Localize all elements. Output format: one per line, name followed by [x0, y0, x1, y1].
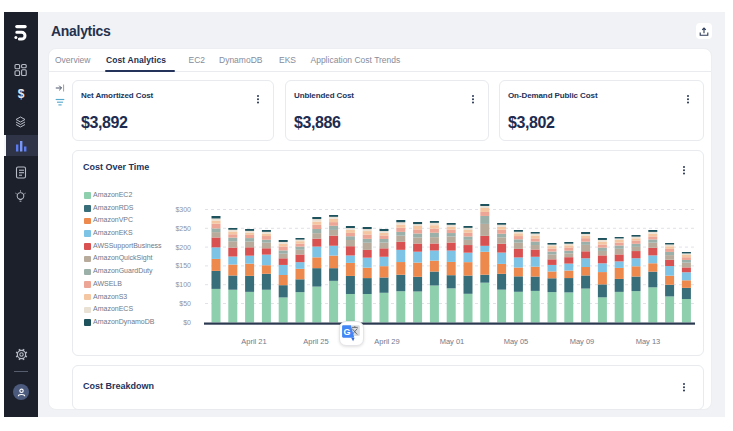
svg-text:May 01: May 01: [440, 337, 465, 346]
svg-text:G: G: [344, 327, 351, 337]
svg-text:April 21: April 21: [241, 337, 266, 346]
svg-text:April 25: April 25: [303, 337, 328, 346]
svg-text:May 13: May 13: [636, 337, 661, 346]
svg-text:$200: $200: [175, 244, 191, 251]
svg-text:$0: $0: [183, 319, 191, 326]
svg-text:$100: $100: [175, 281, 191, 288]
svg-text:$250: $250: [175, 225, 191, 232]
svg-text:April 29: April 29: [374, 337, 399, 346]
svg-text:$150: $150: [175, 262, 191, 269]
svg-text:May 09: May 09: [570, 337, 595, 346]
svg-text:$50: $50: [179, 300, 191, 307]
svg-text:$300: $300: [175, 206, 191, 213]
svg-text:May 05: May 05: [504, 337, 529, 346]
